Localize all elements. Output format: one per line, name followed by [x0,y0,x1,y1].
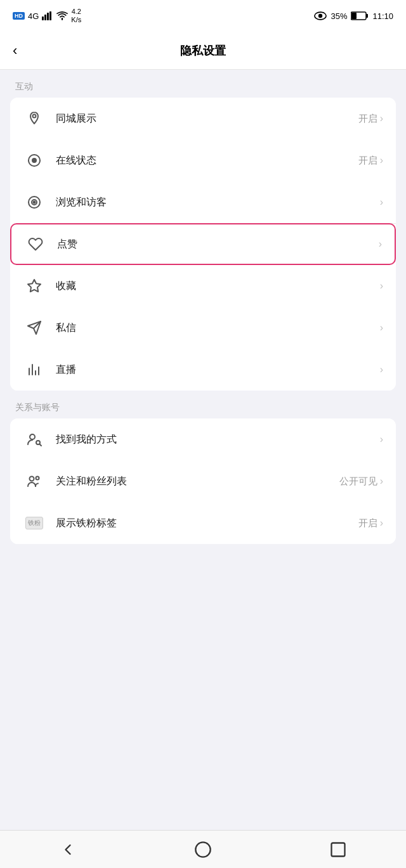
recent-nav-button[interactable] [319,837,357,862]
menu-item-zaixian[interactable]: 在线状态 开启 › [10,139,396,181]
zaixian-chevron: › [380,155,383,166]
zhibo-right: › [380,364,383,375]
shoucang-right: › [380,280,383,292]
tiefan-chevron: › [380,517,383,529]
tiefan-badge-label: 铁粉 [25,517,43,529]
tiefan-status: 开启 [358,517,377,529]
zaixian-right: 开启 › [358,155,383,167]
svg-line-24 [40,444,42,446]
back-nav-button[interactable] [49,837,87,862]
status-left: HD 4G 4.2K/s [13,8,81,24]
svg-point-26 [36,477,39,480]
menu-item-guanzhu[interactable]: 关注和粉丝列表 公开可见 › [10,460,396,502]
zhaodao-label: 找到我的方式 [56,433,380,446]
dianzan-label: 点赞 [57,238,379,251]
menu-item-liulan[interactable]: 浏览和访客 › [10,181,396,223]
star-icon [23,275,46,297]
svg-point-25 [30,477,34,481]
menu-item-sixin[interactable]: 私信 › [10,307,396,349]
svg-rect-7 [351,13,357,19]
zaixian-label: 在线状态 [56,154,358,167]
svg-point-22 [30,434,35,439]
sixin-right: › [380,322,383,334]
zhaodao-chevron: › [380,434,383,445]
guanzhu-right: 公开可见 › [339,476,383,488]
guanzhu-label: 关注和粉丝列表 [56,475,339,488]
battery-icon [351,11,369,20]
menu-group-hudong: 同城展示 开启 › 在线状态 开启 › 浏览和访客 [10,98,396,391]
svg-marker-15 [28,280,41,292]
sixin-label: 私信 [56,321,380,335]
heart-icon [24,233,47,256]
page-title: 隐私设置 [180,43,226,58]
status-right: 35% 11:10 [314,11,393,21]
section-label-hudong: 互动 [0,70,406,98]
tongcheng-label: 同城展示 [56,112,358,126]
status-bar: HD 4G 4.2K/s 35% 11:10 [0,0,406,32]
menu-item-zhibo[interactable]: 直播 › [10,349,396,391]
zhaodao-right: › [380,434,383,445]
message-icon [23,316,46,339]
hd-badge: HD [13,12,25,20]
svg-point-11 [32,159,36,162]
location-icon [23,107,46,130]
svg-point-27 [195,842,210,857]
person-search-icon [23,428,46,451]
svg-point-14 [34,202,36,204]
network-speed: 4.2K/s [71,8,81,24]
svg-rect-1 [44,15,46,20]
menu-group-guanxi: 找到我的方式 › 关注和粉丝列表 公开可见 › 铁粉 展示铁粉标签 开启 › [10,418,396,544]
persons-icon [23,470,46,493]
menu-item-dianzan[interactable]: 点赞 › [10,223,396,265]
liulan-chevron: › [380,197,383,208]
signal-text: 4G [28,11,39,21]
browse-icon [23,191,46,214]
svg-rect-0 [42,16,44,20]
signal-icon [42,11,53,20]
zhibo-label: 直播 [56,363,380,377]
tiefan-label: 展示铁粉标签 [56,517,358,530]
home-nav-button[interactable] [184,837,222,862]
menu-item-shoucang[interactable]: 收藏 › [10,265,396,307]
eye-status-icon [314,11,327,20]
liulan-label: 浏览和访客 [56,196,380,209]
tongcheng-chevron: › [380,113,383,124]
svg-rect-28 [332,843,345,856]
online-icon [23,149,46,172]
svg-rect-2 [47,13,49,20]
liulan-right: › [380,197,383,208]
tiefan-right: 开启 › [358,517,383,529]
tiefan-icon: 铁粉 [23,512,46,534]
sixin-chevron: › [380,322,383,334]
menu-item-tongcheng[interactable]: 同城展示 开启 › [10,98,396,139]
section-label-guanxi: 关系与账号 [0,391,406,418]
back-button[interactable]: ‹ [13,42,17,59]
zaixian-status: 开启 [358,155,377,167]
menu-item-tiefan[interactable]: 铁粉 展示铁粉标签 开启 › [10,502,396,544]
bottom-navigation [0,830,406,868]
svg-point-5 [318,14,322,18]
zhibo-chevron: › [380,364,383,375]
bar-chart-icon [23,358,46,381]
guanzhu-status: 公开可见 [339,476,377,488]
guanzhu-chevron: › [380,476,383,487]
wifi-icon [56,11,68,20]
battery-text: 35% [331,11,347,21]
svg-point-9 [33,115,36,118]
page-header: ‹ 隐私设置 [0,32,406,70]
dianzan-right: › [379,238,382,250]
dianzan-chevron: › [379,238,382,250]
shoucang-label: 收藏 [56,280,380,293]
svg-rect-8 [366,14,368,18]
menu-item-zhaodao[interactable]: 找到我的方式 › [10,418,396,460]
tongcheng-right: 开启 › [358,113,383,125]
shoucang-chevron: › [380,280,383,292]
tongcheng-status: 开启 [358,113,377,125]
svg-rect-3 [49,11,51,20]
time-text: 11:10 [372,11,393,21]
